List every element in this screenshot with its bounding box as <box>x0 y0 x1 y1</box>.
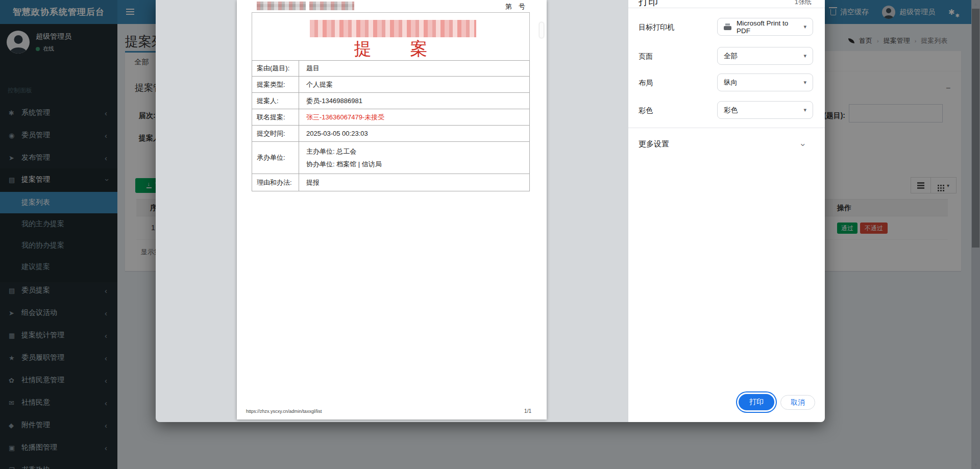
color-select[interactable]: 彩色 ▾ <box>717 101 813 119</box>
color-label: 彩色 <box>639 106 653 115</box>
field-row: 承办单位: 主办单位: 总工会 协办单位: 档案馆 | 信访局 <box>252 142 530 174</box>
field-row: 提案人: 委员-13469886981 <box>252 93 530 109</box>
redacted-text <box>309 2 354 10</box>
redacted-title <box>310 20 476 37</box>
sheet-count: 1张纸 <box>795 0 812 7</box>
cancel-button[interactable]: 取消 <box>780 395 815 410</box>
caret-down-icon: ▾ <box>803 79 806 86</box>
chevron-down-icon: ‹ <box>797 143 807 146</box>
document-fields-table: 案由(题目): 题目 提案类型: 个人提案 提案人: 委员-1346988698… <box>252 60 530 191</box>
print-dialog: 第 号 提 案 案由(题目): 题目 提案类型: 个人提案 <box>156 0 825 422</box>
document-page: 第 号 提 案 案由(题目): 题目 提案类型: 个人提案 <box>237 0 547 419</box>
pages-label: 页面 <box>639 52 653 61</box>
destination-select[interactable]: Microsoft Print to PDF ▾ <box>717 18 813 36</box>
field-row: 联名提案: 张三-13636067479-未接受 <box>252 109 530 126</box>
field-row: 案由(题目): 题目 <box>252 60 530 77</box>
scroll-down-arrow[interactable]: ▼ <box>971 461 980 469</box>
print-button[interactable]: 打印 <box>739 394 774 410</box>
pages-select[interactable]: 全部 ▾ <box>717 47 813 65</box>
screen: 智慧政协系统管理后台 清空缓存 超级管理员 ✱✱ 超级管理员 在线 <box>0 0 980 469</box>
destination-label: 目标打印机 <box>639 23 674 32</box>
printer-icon <box>724 23 731 30</box>
scroll-up-arrow[interactable]: ▲ <box>971 0 980 8</box>
divider <box>628 8 825 8</box>
layout-select[interactable]: 纵向 ▾ <box>717 73 813 91</box>
print-preview-pane: 第 号 提 案 案由(题目): 题目 提案类型: 个人提案 <box>156 0 628 422</box>
layout-label: 布局 <box>639 79 653 88</box>
field-row: 理由和办法: 提报 <box>252 174 530 191</box>
scrollbar-thumb[interactable] <box>972 9 979 248</box>
document-title-box: 提 案 <box>252 12 530 61</box>
page-scrollbar[interactable]: ▲ ▼ <box>971 0 980 469</box>
caret-down-icon: ▾ <box>803 23 806 30</box>
document-footer-url: https://zhzx.yscxy.cn/admin/taxxgl/list <box>246 409 322 414</box>
document-page-indicator: 1/1 <box>524 408 531 414</box>
more-settings-toggle[interactable]: 更多设置 ‹ <box>628 134 825 156</box>
caret-down-icon: ▾ <box>803 107 806 113</box>
document-ref-number: 第 号 <box>505 2 525 11</box>
print-settings-pane: 打印 1张纸 目标打印机 Microsoft Print to PDF ▾ 页面… <box>628 0 825 422</box>
caret-down-icon: ▾ <box>803 53 806 59</box>
field-row: 提案类型: 个人提案 <box>252 77 530 93</box>
document-title: 提 案 <box>252 37 529 61</box>
preview-scrollbar-thumb[interactable] <box>540 22 544 38</box>
redacted-text <box>257 2 306 10</box>
divider <box>628 128 825 128</box>
field-row: 提交时间: 2025-03-05 00:23:03 <box>252 126 530 142</box>
